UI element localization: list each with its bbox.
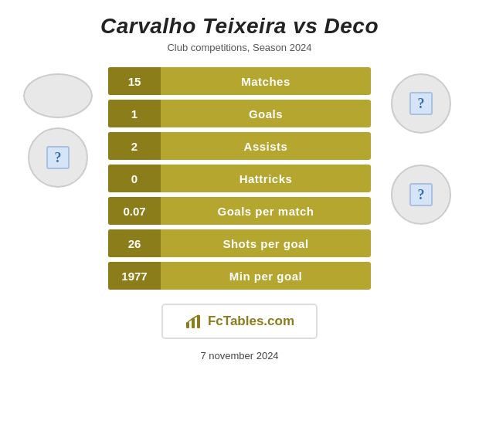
stat-value: 26 (108, 229, 161, 257)
stat-row: 15Matches (108, 67, 371, 95)
stat-value: 2 (108, 132, 161, 160)
right-avatars: ? ? (379, 73, 464, 225)
stat-row: 26Shots per goal (108, 229, 371, 257)
footer-date: 7 november 2024 (200, 350, 278, 361)
stat-label: Goals (161, 107, 371, 120)
stat-row: 2Assists (108, 132, 371, 160)
left-avatar-bottom: ? (28, 127, 88, 188)
stat-row: 1977Min per goal (108, 262, 371, 290)
stat-label: Assists (161, 140, 371, 153)
left-avatars: ? (15, 73, 100, 188)
stat-label: Shots per goal (161, 237, 371, 250)
svg-rect-1 (192, 318, 195, 328)
stat-value: 1977 (108, 262, 161, 290)
stat-value: 0.07 (108, 197, 161, 225)
stat-label: Goals per match (161, 205, 371, 218)
fctables-logo-icon (185, 313, 202, 330)
right-avatar-bottom: ? (391, 165, 451, 225)
right-question-icon-top: ? (409, 92, 433, 115)
left-question-icon: ? (46, 146, 70, 169)
logo-area: FcTables.com (161, 304, 318, 339)
stat-label: Matches (161, 75, 371, 88)
stat-row: 0.07Goals per match (108, 197, 371, 225)
page-wrapper: Carvalho Teixeira vs Deco Club competiti… (0, 0, 479, 448)
stat-value: 15 (108, 67, 161, 95)
svg-rect-0 (186, 322, 189, 328)
stat-row: 1Goals (108, 100, 371, 127)
page-title: Carvalho Teixeira vs Deco (100, 14, 379, 39)
page-subtitle: Club competitions, Season 2024 (167, 42, 311, 53)
stat-row: 0Hattricks (108, 165, 371, 192)
stats-area: ? 15Matches1Goals2Assists0Hattricks0.07G… (0, 67, 479, 290)
right-question-icon-bottom: ? (409, 183, 433, 206)
svg-rect-2 (197, 315, 200, 328)
logo-text: FcTables.com (208, 314, 294, 329)
stats-rows: 15Matches1Goals2Assists0Hattricks0.07Goa… (108, 67, 371, 290)
right-avatar-top: ? (391, 73, 451, 134)
left-avatar-top (23, 73, 93, 118)
stat-label: Hattricks (161, 172, 371, 185)
stat-label: Min per goal (161, 270, 371, 283)
stat-value: 0 (108, 165, 161, 192)
stat-value: 1 (108, 100, 161, 127)
